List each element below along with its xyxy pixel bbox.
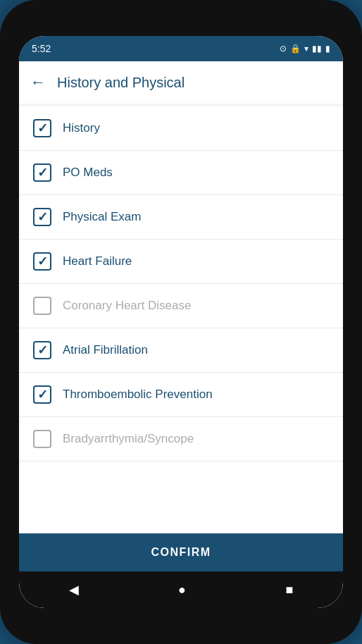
item-label-bradyarrthymia-syncope: Bradyarrthymia/Syncope (63, 432, 194, 446)
recents-nav-icon[interactable]: ■ (285, 583, 293, 597)
nav-bar: ◀ ● ■ (19, 571, 343, 608)
status-time: 5:52 (32, 43, 51, 54)
item-label-thromboembolic-prevention: Thromboembolic Prevention (63, 388, 213, 402)
list-item[interactable]: ✓ Atrial Fibrillation (19, 328, 343, 373)
item-label-atrial-fibrillation: Atrial Fibrillation (63, 343, 148, 357)
back-nav-icon[interactable]: ◀ (69, 582, 79, 597)
checkbox-bradyarrthymia-syncope[interactable] (33, 430, 51, 448)
item-label-coronary-heart-disease: Coronary Heart Disease (63, 299, 191, 313)
checkmark-icon: ✓ (37, 211, 48, 223)
signal-icon: ▮▮ (312, 44, 322, 54)
page-title: History and Physical (57, 75, 185, 91)
list-item[interactable]: ✓ PO Meds (19, 151, 343, 195)
phone-screen: 5:52 ⊙ 🔒 ▾ ▮▮ ▮ ← History and Physical ✓ (19, 36, 343, 608)
status-icons: ⊙ 🔒 ▾ ▮▮ ▮ (280, 44, 330, 54)
list-item[interactable]: ✓ Thromboembolic Prevention (19, 373, 343, 417)
home-nav-icon[interactable]: ● (178, 583, 186, 597)
list-item[interactable]: Coronary Heart Disease (19, 284, 343, 328)
item-label-po-meds: PO Meds (63, 166, 113, 180)
confirm-button[interactable]: CONFIRM (19, 533, 343, 571)
checkbox-heart-failure[interactable]: ✓ (33, 252, 51, 271)
app-header: ← History and Physical (19, 61, 343, 104)
phone-frame: 5:52 ⊙ 🔒 ▾ ▮▮ ▮ ← History and Physical ✓ (0, 0, 362, 644)
list-item[interactable]: ✓ History (19, 106, 343, 151)
checkbox-history[interactable]: ✓ (33, 119, 51, 137)
item-label-heart-failure: Heart Failure (63, 254, 132, 268)
checklist: ✓ History ✓ PO Meds ✓ Physical Exam (19, 106, 343, 533)
status-bar: 5:52 ⊙ 🔒 ▾ ▮▮ ▮ (19, 36, 343, 61)
list-item[interactable]: Bradyarrthymia/Syncope (19, 417, 343, 462)
checkmark-icon: ✓ (37, 122, 48, 135)
checkbox-physical-exam[interactable]: ✓ (33, 208, 51, 226)
list-item[interactable]: ✓ Heart Failure (19, 240, 343, 284)
checkmark-icon: ✓ (37, 166, 48, 179)
list-item[interactable]: ✓ Physical Exam (19, 195, 343, 240)
checkbox-atrial-fibrillation[interactable]: ✓ (33, 341, 51, 359)
wifi-icon: ▾ (304, 44, 308, 54)
checkbox-po-meds[interactable]: ✓ (33, 163, 51, 182)
lock-icon: 🔒 (290, 44, 301, 54)
back-button[interactable]: ← (30, 73, 46, 92)
checkmark-icon: ✓ (37, 388, 48, 401)
checkbox-thromboembolic-prevention[interactable]: ✓ (33, 385, 51, 404)
battery-icon: ▮ (325, 44, 330, 54)
location-icon: ⊙ (280, 44, 287, 54)
item-label-physical-exam: Physical Exam (63, 210, 141, 224)
content-area: ✓ History ✓ PO Meds ✓ Physical Exam (19, 104, 343, 571)
checkbox-coronary-heart-disease[interactable] (33, 297, 51, 315)
checkmark-icon: ✓ (37, 344, 48, 357)
checkmark-icon: ✓ (37, 255, 48, 268)
item-label-history: History (63, 121, 100, 135)
